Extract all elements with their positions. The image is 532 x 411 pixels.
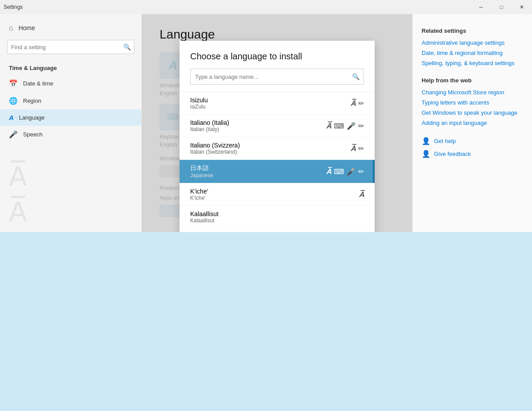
japanese-name: 日本語: [190, 164, 326, 172]
kalaallisut-text: Kalaallisut Kalaallisut: [190, 210, 364, 224]
sidebar-home[interactable]: ⌂ Home: [0, 19, 141, 36]
italiano-svizzera-subname: Italian (Switzerland): [190, 149, 351, 155]
minimize-button[interactable]: ─: [471, 0, 491, 14]
app-name: Settings: [4, 4, 23, 10]
search-icon: 🔍: [123, 43, 131, 50]
language-item-kalaallisut[interactable]: Kalaallisut Kalaallisut: [180, 206, 375, 229]
windows-speak-link[interactable]: Get Windows to speak your language: [422, 109, 523, 116]
get-help-label: Get help: [434, 138, 456, 144]
language-install-modal: Choose a language to install 🔍 Isizulu i…: [180, 41, 375, 232]
sidebar-speech-label: Speech: [23, 131, 43, 138]
italiano-svizzera-icons: A̅ ✏: [351, 144, 364, 153]
italiano-italia-name: Italiano (Italia): [190, 119, 326, 126]
language-list: Isizulu isiZulu A̅ ✏ Italiano (Itali: [180, 92, 375, 232]
kalaallisut-name: Kalaallisut: [190, 210, 364, 217]
keyboard-icon: ⌨: [334, 122, 344, 130]
kiche-text: K'iche' K'iche': [190, 188, 359, 201]
isizulu-icons: A̅ ✏: [351, 99, 364, 108]
font-icon: A̅: [351, 99, 356, 108]
language-item-kiche[interactable]: K'iche' K'iche' A̅: [180, 183, 375, 206]
mic-icon-jp: 🎤: [347, 167, 356, 176]
give-feedback-action[interactable]: 👤 Give feedback: [422, 150, 523, 158]
globe-icon: 🌐: [9, 97, 18, 105]
italiano-svizzera-text: Italiano (Svizzera) Italian (Switzerland…: [190, 142, 351, 155]
language-icon: A: [9, 114, 14, 121]
title-bar: Settings ─ □ ✕: [0, 0, 532, 14]
language-search-input[interactable]: [190, 69, 364, 85]
window-body: ⌂ Home 🔍 Time & Language 📅 Date & time 🌐…: [0, 14, 532, 232]
pen-icon-jp: ✏: [358, 167, 364, 176]
close-button[interactable]: ✕: [512, 0, 532, 14]
handwriting-icon: ✏: [358, 99, 364, 108]
language-item-kannada[interactable]: ಕನ್ನಡ Kannada A̅: [180, 229, 375, 232]
language-list-container: Isizulu isiZulu A̅ ✏ Italiano (Itali: [180, 92, 375, 232]
sidebar-section-title: Time & Language: [0, 61, 141, 75]
calendar-icon: 📅: [9, 79, 18, 88]
window-controls: ─ □ ✕: [471, 0, 532, 14]
sidebar-item-region[interactable]: 🌐 Region: [0, 92, 141, 109]
kiche-subname: K'iche': [190, 195, 359, 201]
sidebar: ⌂ Home 🔍 Time & Language 📅 Date & time 🌐…: [0, 14, 142, 232]
ms-store-region-link[interactable]: Changing Microsoft Store region: [422, 89, 523, 96]
sidebar-date-time-label: Date & time: [23, 80, 53, 87]
japanese-subname: Japanese: [190, 172, 326, 178]
kalaallisut-subname: Kalaallisut: [190, 217, 364, 224]
italiano-svizzera-name: Italiano (Svizzera): [190, 142, 351, 149]
input-language-link[interactable]: Adding an input language: [422, 120, 523, 126]
sidebar-item-language[interactable]: A Language: [0, 109, 141, 126]
maximize-button[interactable]: □: [491, 0, 512, 14]
typing-accents-link[interactable]: Typing letters with accents: [422, 99, 523, 106]
mic-icon: 🎤: [347, 122, 356, 130]
modal-overlay: Choose a language to install 🔍 Isizulu i…: [142, 14, 412, 232]
font-icon-kiche: A̅: [359, 190, 364, 199]
home-label: Home: [19, 24, 35, 31]
language-item-italiano-italia[interactable]: Italiano (Italia) Italian (Italy) A̅ ⌨ 🎤…: [180, 115, 375, 137]
kiche-icons: A̅: [359, 190, 364, 199]
isizulu-name: Isizulu: [190, 97, 351, 104]
keyboard-icon-jp: ⌨: [334, 167, 344, 176]
pen-icon-2: ✏: [358, 144, 364, 153]
help-from-web-title: Help from the web: [422, 77, 523, 84]
home-icon: ⌂: [9, 24, 13, 32]
sidebar-language-label: Language: [19, 114, 45, 121]
font-icon-jp: A̅: [326, 167, 331, 176]
main-content: Language A Windows display language Engl…: [142, 14, 412, 232]
mic-sidebar-icon: 🎤: [9, 130, 18, 139]
font-icon-3: A̅: [351, 144, 356, 153]
italiano-italia-text: Italiano (Italia) Italian (Italy): [190, 119, 326, 132]
isizulu-text: Isizulu isiZulu: [190, 97, 351, 110]
kiche-name: K'iche': [190, 188, 359, 195]
pen-icon: ✏: [358, 122, 364, 130]
italiano-italia-icons: A̅ ⌨ 🎤 ✏: [326, 122, 364, 130]
sidebar-item-date-time[interactable]: 📅 Date & time: [0, 75, 141, 92]
sidebar-search-container: 🔍: [7, 40, 134, 54]
language-item-italiano-svizzera[interactable]: Italiano (Svizzera) Italian (Switzerland…: [180, 137, 375, 160]
related-settings-title: Related settings: [422, 27, 523, 34]
sidebar-item-speech[interactable]: 🎤 Speech: [0, 126, 141, 143]
give-feedback-label: Give feedback: [434, 151, 471, 157]
japanese-icons: A̅ ⌨ 🎤 ✏: [326, 167, 364, 176]
right-panel: Related settings Administrative language…: [412, 14, 532, 232]
isizulu-subname: isiZulu: [190, 104, 351, 110]
get-help-icon: 👤: [422, 137, 430, 145]
date-time-regional-link[interactable]: Date, time & regional formatting: [422, 50, 523, 56]
admin-lang-link[interactable]: Administrative language settings: [422, 39, 523, 46]
font-icon-2: A̅: [326, 122, 331, 130]
modal-search-container: 🔍: [190, 69, 364, 85]
spelling-typing-link[interactable]: Spelling, typing, & keyboard settings: [422, 60, 523, 66]
get-help-action[interactable]: 👤 Get help: [422, 137, 523, 145]
sidebar-region-label: Region: [23, 97, 41, 104]
japanese-text: 日本語 Japanese: [190, 164, 326, 178]
language-search-icon: 🔍: [352, 73, 360, 80]
modal-title: Choose a language to install: [180, 41, 375, 69]
give-feedback-icon: 👤: [422, 150, 430, 158]
language-item-japanese[interactable]: 日本語 Japanese A̅ ⌨ 🎤 ✏: [180, 160, 375, 183]
italiano-italia-subname: Italian (Italy): [190, 126, 326, 132]
language-item-isizulu[interactable]: Isizulu isiZulu A̅ ✏: [180, 92, 375, 115]
search-input[interactable]: [7, 40, 134, 54]
